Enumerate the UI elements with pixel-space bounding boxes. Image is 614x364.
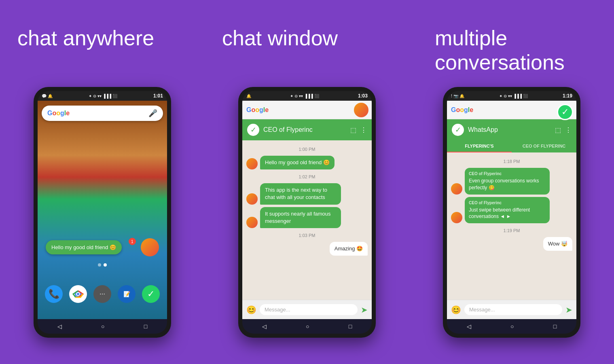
nav-bar-2: ◁ ○ □	[242, 319, 372, 334]
dnd-icon-2: ⊖	[294, 94, 298, 98]
alarm-icon: 🔔	[48, 94, 53, 98]
wifi-icon-2: ▾▾	[299, 94, 303, 98]
section-multiple-conversations: multipleconversations ! 📷 🔔 ✦ ⊖ ▾▾ ▐▐▐ ⬛…	[415, 26, 609, 338]
bubble-text-m1: Even group conversations works perfectly…	[469, 178, 539, 190]
bubble-4: Amazing 🤩	[330, 242, 368, 256]
phone-1: 💬 🔔 ✦ ⊖ ▾▾ ▐▐▐ ⬛ 1:01 Google	[34, 87, 171, 338]
phone-dock-icon[interactable]: 📞	[45, 285, 63, 303]
google-bar-3: Google ✓	[447, 101, 576, 119]
dot-2	[104, 263, 107, 267]
recents-btn-3[interactable]: □	[553, 323, 557, 330]
alarm-icon-2: 🔔	[246, 94, 251, 98]
notification-badge: 1	[129, 238, 136, 245]
home-btn-3[interactable]: ○	[510, 323, 514, 330]
apps-dock-icon[interactable]: ⋯	[93, 285, 111, 303]
timestamp-1: 1:00 PM	[246, 147, 368, 152]
emoji-btn-2[interactable]: 😊	[246, 305, 256, 315]
chat-input-bar-2: 😊 Message... ➤	[242, 300, 372, 319]
chat-header-3: ✓ WhatsApp ⬚ ⋮	[447, 119, 576, 140]
recents-btn-2[interactable]: □	[349, 323, 352, 330]
msg-row-m3: Wow 🤯	[543, 237, 572, 251]
dnd-icon: ⊖	[93, 94, 96, 98]
chrome-dock-icon[interactable]	[69, 285, 87, 303]
message-input-2[interactable]: Message...	[260, 304, 358, 315]
send-btn-3[interactable]: ➤	[565, 305, 572, 315]
chat-header-actions-2: ⬚ ⋮	[350, 126, 367, 134]
chat-header-2: ✓ CEO of Flyperinc ⬚ ⋮	[242, 119, 372, 140]
tab-flyperinc[interactable]: FLYPERINC'S	[447, 140, 512, 152]
avatar-m1	[451, 183, 462, 195]
send-btn-2[interactable]: ➤	[361, 305, 368, 315]
notes-dock-icon[interactable]: 📝	[118, 285, 136, 303]
bluetooth-icon-2: ✦	[290, 94, 293, 98]
conversation-tabs: FLYPERINC'S CEO OF FLYPERINC	[447, 140, 576, 152]
dot-1	[98, 263, 101, 267]
contact-photo-home	[141, 238, 159, 256]
status-icons-left-1: 💬 🔔	[42, 94, 53, 98]
more-options-icon-3[interactable]: ⋮	[565, 126, 572, 134]
signal-icon-3: ▐▐▐	[513, 94, 522, 98]
bluetooth-icon: ✦	[89, 94, 92, 98]
status-icons-left-3: ! 📷 🔔	[451, 94, 464, 98]
signal-icon: ▐▐▐	[103, 94, 111, 98]
status-icons-left-2: 🔔	[246, 94, 251, 98]
clock-1: 1:01	[153, 93, 163, 99]
avatar-2	[246, 193, 258, 205]
bubble-sender-m2: CEO of Flyperinc	[469, 200, 546, 206]
bubble-3: It supports nearly all famous messenger	[260, 207, 341, 228]
google-logo-2: Google	[246, 106, 269, 114]
open-external-icon-2[interactable]: ⬚	[350, 126, 356, 134]
back-btn-3[interactable]: ◁	[467, 323, 471, 330]
tab-ceo-flyperinc[interactable]: CEO OF FLYPERINC	[512, 140, 576, 152]
msg-row-1: Hello my good old friend 😊	[246, 156, 335, 169]
chat-screen-2: 1:00 PM Hello my good old friend 😊 1:02 …	[242, 140, 372, 319]
message-input-3[interactable]: Message...	[464, 304, 562, 315]
open-external-icon-3[interactable]: ⬚	[555, 126, 561, 134]
phone-3: ! 📷 🔔 ✦ ⊖ ▾▾ ▐▐▐ ⬛ 1:19 Google ✓	[443, 87, 580, 338]
whatsapp-dock-icon[interactable]: ✓	[142, 285, 160, 303]
whatsapp-icon-3: ✓	[452, 124, 464, 136]
bubble-m3: Wow 🤯	[543, 237, 572, 251]
status-icons-right-1: ✦ ⊖ ▾▾ ▐▐▐ ⬛	[89, 94, 117, 98]
whatsapp-status-icon: 💬	[42, 94, 47, 98]
bubble-text-m2: Just swipe between different conversatio…	[469, 207, 530, 220]
dnd-icon-3: ⊖	[504, 94, 507, 98]
timestamp-3: 1:03 PM	[246, 233, 368, 238]
status-bar-2: 🔔 ✦ ⊖ ▾▾ ▐▐▐ ⬛ 1:03	[242, 91, 372, 101]
chat-contact-name-2: CEO of Flyperinc	[263, 126, 346, 133]
msg-row-4: Amazing 🤩	[330, 242, 368, 256]
home-btn-2[interactable]: ○	[306, 323, 309, 330]
wifi-icon: ▾▾	[97, 94, 102, 98]
emoji-btn-3[interactable]: 😊	[451, 305, 461, 315]
chat-bubble-text: Hello my good old friend 😊	[51, 244, 116, 250]
signal-icon-2: ▐▐▐	[304, 94, 313, 98]
status-icons-right-2: ✦ ⊖ ▾▾ ▐▐▐ ⬛	[290, 94, 319, 98]
msg-row-3: It supports nearly all famous messenger	[246, 207, 341, 228]
clock-2: 1:03	[358, 93, 368, 99]
home-screen: Google 🎤 Hello my good old friend 😊 1 📞	[38, 101, 167, 319]
timestamp-2: 1:02 PM	[246, 174, 368, 179]
page-indicator	[98, 263, 107, 267]
bubble-sender-m1: CEO of Flyperinc	[469, 171, 546, 177]
bubble-m2: CEO of Flyperinc Just swipe between diff…	[465, 197, 550, 224]
avatar-3	[246, 217, 258, 228]
msg-row-m1: CEO of Flyperinc Even group conversation…	[451, 168, 550, 195]
home-btn-1[interactable]: ○	[101, 323, 104, 330]
section-title-2: chat window	[210, 26, 404, 79]
google-search-bar[interactable]: Google 🎤	[42, 106, 163, 121]
recents-btn-1[interactable]: □	[144, 323, 147, 330]
chat-header-actions-3: ⬚ ⋮	[555, 126, 572, 134]
signal-dot-3: !	[451, 94, 452, 98]
more-options-icon-2[interactable]: ⋮	[360, 126, 367, 134]
profile-thumb-2	[354, 103, 368, 117]
phone-2: 🔔 ✦ ⊖ ▾▾ ▐▐▐ ⬛ 1:03 Google	[238, 87, 376, 338]
back-btn-1[interactable]: ◁	[57, 323, 62, 330]
battery-icon: ⬛	[112, 94, 117, 98]
status-icons-right-3: ✦ ⊖ ▾▾ ▐▐▐ ⬛	[499, 94, 528, 98]
mic-icon[interactable]: 🎤	[148, 109, 157, 118]
status-bar-3: ! 📷 🔔 ✦ ⊖ ▾▾ ▐▐▐ ⬛ 1:19	[447, 91, 576, 101]
chat-contact-name-3: WhatsApp	[468, 126, 551, 133]
back-btn-2[interactable]: ◁	[262, 323, 267, 330]
battery-icon-2: ⬛	[314, 94, 319, 98]
camera-icon-3: 📷	[453, 94, 458, 98]
